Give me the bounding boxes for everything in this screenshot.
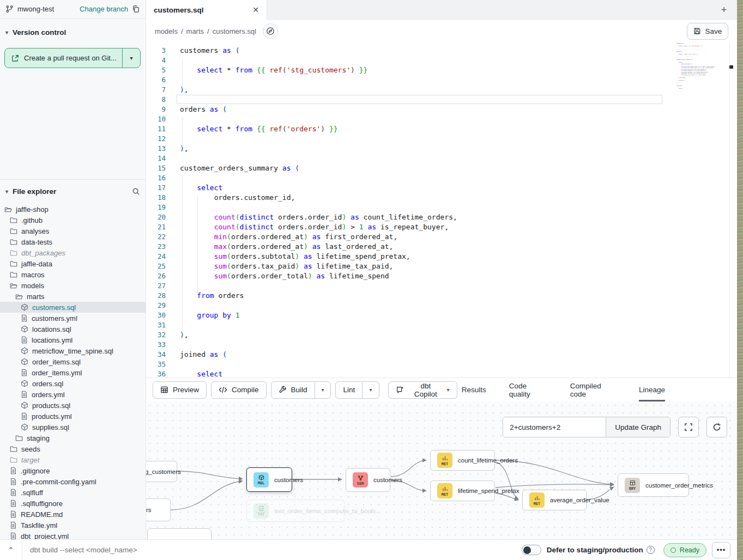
file-tree-item-metricflow-time-spine-sql[interactable]: metricflow_time_spine.sql: [0, 345, 146, 356]
preview-button[interactable]: Preview: [153, 381, 207, 399]
dbt-command-input[interactable]: [30, 546, 522, 554]
lineage-panel[interactable]: MDLstg_customersMDLordersMDLcustomersTST…: [146, 401, 737, 539]
code-line-18[interactable]: 18 orders.customer_id,: [146, 193, 733, 203]
lint-caret[interactable]: ▾: [363, 382, 379, 398]
code-line-4[interactable]: 4: [146, 56, 733, 65]
code-line-21[interactable]: 21 count(distinct orders.order_id) > 1 a…: [146, 222, 733, 232]
code-line-3[interactable]: 3customers as (: [146, 46, 733, 56]
code-line-30[interactable]: 30 group by 1: [146, 311, 733, 320]
file-tree-item-customers-yml[interactable]: customers.yml: [0, 313, 146, 324]
code-line-6[interactable]: 6: [146, 75, 733, 85]
code-line-12[interactable]: 12: [146, 134, 733, 144]
code-line-11[interactable]: 11 select * from {{ ref('orders') }}: [146, 124, 733, 134]
new-tab-button[interactable]: +: [717, 3, 730, 16]
refresh-icon[interactable]: [706, 417, 727, 437]
code-line-26[interactable]: 26 sum(orders.order_total) as lifetime_s…: [146, 271, 733, 281]
lineage-node-customer_order_metrics[interactable]: QRYcustomer_order_metrics: [618, 473, 689, 497]
file-tree-item--pre-commit-config-yaml[interactable]: .pre-commit-config.yaml: [0, 476, 146, 487]
code-line-32[interactable]: 32),: [146, 330, 733, 340]
file-tree-item-macros[interactable]: macros: [0, 269, 146, 280]
code-line-13[interactable]: 13),: [146, 144, 733, 154]
tab-compiled-code[interactable]: Compiled code: [570, 378, 616, 401]
version-control-header[interactable]: ▾ Version control: [0, 24, 146, 40]
file-tree-item--sqlfluffignore[interactable]: .sqlfluffignore: [0, 498, 146, 509]
file-tree-item-target[interactable]: target: [0, 454, 146, 465]
more-options-button[interactable]: •••: [712, 542, 730, 558]
file-tree-item-orders-sql[interactable]: orders.sql: [0, 378, 146, 389]
search-icon[interactable]: [132, 187, 140, 196]
file-tree-item--github[interactable]: .github: [0, 215, 146, 226]
file-tree-item-locations-yml[interactable]: locations.yml: [0, 334, 146, 345]
code-line-8[interactable]: 8: [146, 95, 733, 105]
lineage-node-count_lifetime_orders[interactable]: METcount_lifetime_orders: [430, 450, 495, 471]
file-tree-item-staging[interactable]: staging: [0, 433, 146, 443]
file-tree-item-customers-sql[interactable]: customers.sql: [0, 302, 146, 313]
build-button[interactable]: Build: [271, 382, 315, 398]
chevron-up-icon[interactable]: ⌃: [0, 540, 22, 560]
code-line-29[interactable]: 29: [146, 301, 733, 311]
file-tree-item-marts[interactable]: marts: [0, 291, 146, 302]
tab-code-quality[interactable]: Code quality: [509, 378, 547, 401]
tab-lineage[interactable]: Lineage: [639, 378, 665, 401]
code-line-22[interactable]: 22 min(orders.ordered_at) as first_order…: [146, 232, 733, 242]
file-tree-item-locations-sql[interactable]: locations.sql: [0, 324, 146, 334]
file-tree-item-models[interactable]: models: [0, 280, 146, 291]
lint-button[interactable]: Lint: [336, 382, 362, 398]
code-line-34[interactable]: 34joined as (: [146, 350, 733, 360]
help-icon[interactable]: ?: [647, 546, 655, 554]
minimap[interactable]: 3customers as (45 select * from {{ ref('…: [672, 42, 717, 109]
code-line-36[interactable]: 36 select: [672, 88, 717, 89]
file-tree-item-data-tests[interactable]: data-tests: [0, 236, 146, 247]
code-line-5[interactable]: 5 select * from {{ ref('stg_customers') …: [146, 65, 733, 75]
file-tree-item-orders-yml[interactable]: orders.yml: [0, 389, 146, 400]
editor-scrollbar[interactable]: [729, 42, 733, 378]
tab-customers-sql[interactable]: customers.sql ✕: [146, 0, 267, 20]
file-tree-item--sqlfluff[interactable]: .sqlfluff: [0, 487, 146, 498]
compile-button[interactable]: Compile: [211, 381, 267, 399]
code-line-31[interactable]: 31: [146, 320, 733, 330]
defer-toggle[interactable]: [522, 545, 541, 555]
code-line-28[interactable]: 28 from orders: [146, 291, 733, 301]
build-caret[interactable]: ▾: [315, 382, 330, 398]
code-line-17[interactable]: 17 select: [146, 183, 733, 193]
code-line-7[interactable]: 7),: [146, 85, 733, 95]
file-tree-item-dbt-packages[interactable]: dbt_packages: [0, 247, 146, 258]
code-line-23[interactable]: 23 max(orders.ordered_at) as last_ordere…: [146, 242, 733, 252]
file-tree-item-analyses[interactable]: analyses: [0, 226, 146, 236]
code-line-19[interactable]: 19: [146, 203, 733, 212]
create-pull-request-button[interactable]: Create a pull request on Git... ▾: [4, 48, 141, 68]
file-explorer-header[interactable]: ▾ File explorer: [0, 184, 146, 198]
lineage-node-lifetime_spend_pretax[interactable]: METlifetime_spend_pretax: [430, 480, 495, 501]
file-tree-item-products-yml[interactable]: products.yml: [0, 411, 146, 422]
file-tree-item-readme-md[interactable]: README.md: [0, 509, 146, 520]
file-tree-item-products-sql[interactable]: products.sql: [0, 400, 146, 411]
code-line-10[interactable]: 10: [146, 114, 733, 124]
dbt-copilot-button[interactable]: dbt Copilot ▾: [388, 381, 457, 399]
lineage-selector-input[interactable]: [503, 417, 606, 437]
file-tree-item-jaffle-shop[interactable]: jaffle-shop: [0, 204, 146, 215]
file-tree-item-order-items-sql[interactable]: order_items.sql: [0, 356, 146, 367]
code-line-9[interactable]: 9orders as (: [146, 105, 733, 114]
code-line-33[interactable]: 33: [146, 340, 733, 350]
code-line-27[interactable]: 27: [146, 281, 733, 291]
explore-lineage-icon-button[interactable]: [263, 23, 278, 39]
code-line-35[interactable]: 35: [146, 360, 733, 369]
code-line-25[interactable]: 25 sum(orders.tax_paid) as lifetime_tax_…: [146, 261, 733, 271]
file-tree-item-order-items-yml[interactable]: order_items.yml: [0, 367, 146, 378]
copy-icon[interactable]: [132, 5, 140, 13]
lineage-node-orders_src[interactable]: MDLorders: [146, 498, 171, 521]
file-tree-item-seeds[interactable]: seeds: [0, 443, 146, 454]
lineage-node-average_order_value[interactable]: METaverage_order_value: [522, 490, 587, 510]
file-tree-item-supplies-sql[interactable]: supplies.sql: [0, 422, 146, 433]
file-tree-item-taskfile-yml[interactable]: Taskfile.yml: [0, 520, 146, 531]
lineage-node-customers_mdl[interactable]: MDLcustomers: [246, 467, 292, 492]
code-line-16[interactable]: 16: [146, 173, 733, 183]
create-pr-caret[interactable]: ▾: [123, 48, 140, 68]
code-editor[interactable]: 3customers as (45 select * from {{ ref('…: [146, 42, 733, 378]
file-tree-item-dbt-project-yml[interactable]: dbt_project.yml: [0, 531, 146, 539]
code-line-15[interactable]: 15customer_orders_summary as (: [146, 163, 733, 173]
tab-results[interactable]: Results: [462, 378, 486, 401]
close-icon[interactable]: ✕: [252, 5, 259, 14]
code-line-24[interactable]: 24 sum(orders.subtotal) as lifetime_spen…: [146, 252, 733, 261]
lineage-node-cut[interactable]: [147, 528, 212, 539]
